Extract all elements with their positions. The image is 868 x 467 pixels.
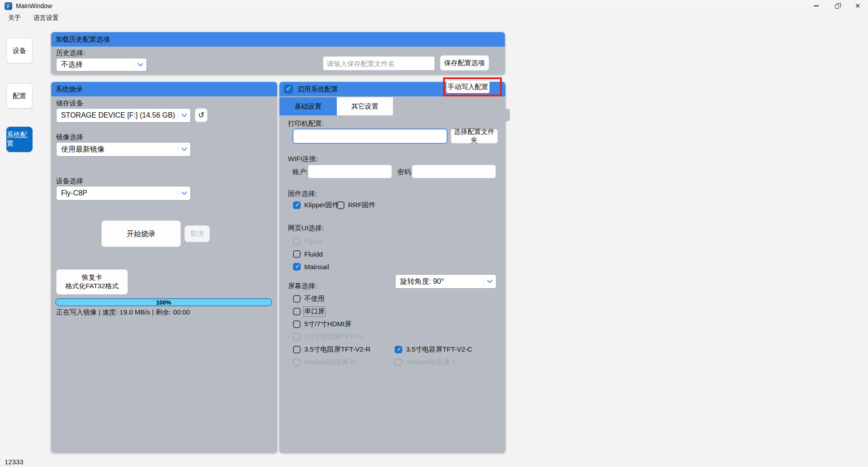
chevron-down-icon [487,277,493,283]
screen-option-label: 不使用 [304,295,325,303]
panel-edge-notch [505,109,510,121]
choose-config-folder-button[interactable]: 选择配置文件夹 [451,129,498,143]
chevron-down-icon [137,61,143,67]
burn-progress-percent: 100% [156,299,171,306]
dropdown-separator [178,188,178,198]
history-select-dropdown[interactable]: 不选择 [56,58,147,71]
checkbox-unchecked-icon [337,201,344,209]
menu-language-settings[interactable]: 语言设置 [29,12,63,24]
webui-option-label: Fluidd [304,250,323,258]
restore-button-line2: 格式化FAT32格式 [65,282,118,291]
history-config-panel-title: 加载历史配置选项 [56,35,110,44]
device-select-label: 设备选择 [56,177,83,186]
wifi-account-input[interactable] [308,165,392,178]
dropdown-separator [483,276,484,286]
checkbox-unchecked-icon [293,358,301,366]
screen-option-tft-v2-c[interactable]: 3.5寸电容屏TFT-V2-C [395,345,472,354]
storage-device-value: STORAGE DEVICE [F:] (14.56 GB) [61,111,175,119]
checkbox-checked-icon [293,201,301,209]
screen-option-minipad-c[interactable]: minipad电容屏-C [395,357,457,367]
rotation-angle-dropdown[interactable]: 旋转角度: 90° [395,274,496,289]
storage-device-dropdown[interactable]: STORAGE DEVICE [F:] (14.56 GB) [56,108,191,123]
enable-system-config-checkbox[interactable] [284,85,293,94]
history-config-panel-header: 加载历史配置选项 [51,32,505,47]
burn-status-text: 正在写入镜像 | 速度: 19.0 MB/s | 剩余: 00:00 [56,308,190,317]
webui-option-mainsail[interactable]: Mainsail [293,262,329,271]
enable-system-config-label: 启用系统配置 [297,85,338,94]
restore-button-line1: 恢复卡 [82,273,102,282]
checkbox-unchecked-icon [293,238,301,245]
screen-option-serial[interactable]: 串口屏 [293,307,325,316]
firmware-option-klipper[interactable]: Klipper固件 [293,200,339,210]
tab-other-settings[interactable]: 其它设置 [337,97,393,115]
screen-select-label: 屏幕选择: [288,282,317,291]
sidebar-item-config[interactable]: 配置 [6,83,33,109]
checkbox-unchecked-icon [293,320,301,328]
system-config-panel: 启用系统配置 手动写入配置 基础设置 其它设置 打印机配置: 选择配置文件夹 W… [279,82,505,453]
checkbox-checked-icon [395,346,402,353]
dropdown-separator [178,110,178,120]
wifi-account-label: 账户: [292,168,308,176]
config-name-input[interactable] [323,56,435,71]
image-select-dropdown[interactable]: 使用最新镜像 [56,142,191,157]
webui-option-label: Fly-UI [304,238,322,245]
webui-option-fluidd[interactable]: Fluidd [293,249,323,258]
start-burn-button[interactable]: 开始烧录 [101,220,181,247]
checkbox-unchecked-icon [293,295,301,303]
storage-device-label: 储存设备 [56,99,83,108]
printer-config-input[interactable] [292,129,448,144]
minimize-icon [814,5,819,6]
wifi-password-label: 密码: [397,168,413,176]
screen-option-minipad-r[interactable]: minipad电阻屏-R [293,357,355,367]
system-burn-panel: 系统烧录 储存设备 STORAGE DEVICE [F:] (14.56 GB)… [51,82,277,453]
image-select-label: 镜像选择 [56,133,83,142]
restore-format-button[interactable]: 恢复卡 格式化FAT32格式 [56,269,128,295]
rotation-angle-value: 旋转角度: 90° [400,277,444,286]
close-button[interactable]: ✕ [847,0,868,12]
printer-config-label: 打印机配置: [288,119,324,128]
checkbox-unchecked-icon [293,250,301,258]
system-burn-panel-title: 系统烧录 [56,85,83,94]
manual-write-highlight-box: 手动写入配置 [443,77,502,96]
statusbar-text: 12333 [5,458,24,466]
screen-option-tft-v1[interactable]: 3.5寸电阻屏TFT-V1 [293,332,363,341]
screen-option-none[interactable]: 不使用 [293,294,325,303]
minimize-button[interactable] [806,0,826,12]
chevron-down-icon [181,145,187,151]
screen-option-label: minipad电容屏-C [406,358,457,367]
screen-option-label: 3.5寸电阻屏TFT-V1 [304,333,363,341]
restore-icon [835,5,839,9]
burn-progress-bar: 100% [55,298,272,306]
checkbox-unchecked-icon [293,346,301,353]
checkbox-unchecked-icon [293,308,301,315]
wifi-password-input[interactable] [412,165,496,178]
close-icon: ✕ [855,2,860,10]
device-select-dropdown[interactable]: Fly-C8P [56,186,191,200]
firmware-option-label: Klipper固件 [304,201,339,210]
history-select-label: 历史选择: [56,49,85,57]
screen-option-hdmi[interactable]: 5寸/7寸HDMI屏 [293,319,351,329]
firmware-option-label: RRF固件 [348,201,376,210]
app-icon: F [5,2,12,10]
title-bar: F MainWindow ✕ [0,0,868,12]
window-title: MainWindow [16,2,52,10]
history-select-value: 不选择 [61,60,83,70]
save-config-button[interactable]: 保存配置选项 [440,55,489,71]
screen-option-label: 3.5寸电阻屏TFT-V2-R [304,345,371,354]
checkbox-unchecked-icon [293,333,301,341]
tab-basic-settings[interactable]: 基础设置 [279,97,337,115]
cancel-button[interactable]: 取消 [184,225,210,242]
refresh-icon: ↺ [198,110,204,120]
menu-about[interactable]: 关于 [4,12,25,24]
refresh-storage-button[interactable]: ↺ [195,108,208,122]
restore-button[interactable] [826,0,847,12]
firmware-option-rrf[interactable]: RRF固件 [337,200,376,210]
sidebar-item-system-config[interactable]: 系统配置 [6,127,33,152]
screen-option-label: minipad电阻屏-R [304,358,355,367]
webui-select-label: 网页UI选择: [288,224,324,233]
checkbox-unchecked-icon [395,358,402,366]
screen-option-tft-v2-r[interactable]: 3.5寸电阻屏TFT-V2-R [293,345,371,354]
sidebar-item-device[interactable]: 设备 [6,38,33,63]
manual-write-config-button[interactable]: 手动写入配置 [446,81,490,93]
webui-option-fly-ui[interactable]: Fly-UI [293,237,322,246]
